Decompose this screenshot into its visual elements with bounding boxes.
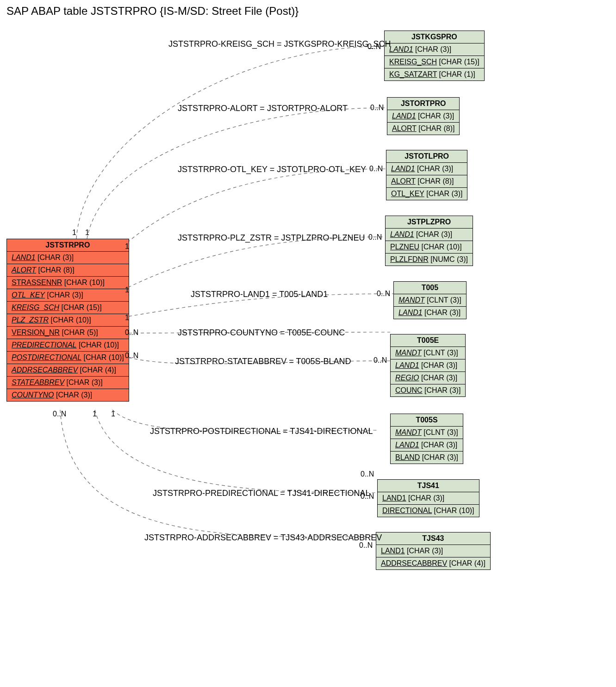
entity-field: KG_SATZART [CHAR (1)]	[385, 68, 484, 80]
entity-field: BLAND [CHAR (3)]	[391, 452, 463, 464]
page-title: SAP ABAP table JSTSTRPRO {IS-M/SD: Stree…	[6, 5, 299, 18]
cardinality: 1	[72, 229, 76, 237]
entity-header: TJS41	[378, 480, 479, 492]
entity-field: REGIO [CHAR (3)]	[391, 372, 465, 384]
entity-field: ADDRSECABBREV [CHAR (4)]	[7, 364, 129, 377]
cardinality: 1	[85, 229, 89, 237]
entity-field: ADDRSECABBREV [CHAR (4)]	[376, 557, 490, 569]
entity-field: LAND1 [CHAR (3)]	[391, 439, 463, 452]
entity-field: OTL_KEY [CHAR (3)]	[386, 188, 467, 200]
cardinality: 1	[125, 286, 129, 294]
cardinality: 0..N	[361, 470, 374, 478]
entity-field: STATEABBREV [CHAR (3)]	[7, 377, 129, 389]
edge-label: JSTSTRPRO-OTL_KEY = JSTOTLPRO-OTL_KEY	[178, 165, 366, 174]
entity-field: LAND1 [CHAR (3)]	[394, 307, 466, 319]
entity-field: ALORT [CHAR (8)]	[386, 175, 467, 188]
entity-field: LAND1 [CHAR (3)]	[386, 163, 467, 175]
entity-header: T005S	[391, 414, 463, 427]
entity-field: MANDT [CLNT (3)]	[391, 427, 463, 439]
cardinality: 0..N	[53, 410, 66, 418]
entity-t005e: T005EMANDT [CLNT (3)]LAND1 [CHAR (3)]REG…	[390, 334, 466, 397]
entity-field: OTL_KEY [CHAR (3)]	[7, 289, 129, 302]
entity-tjs41: TJS41LAND1 [CHAR (3)]DIRECTIONAL [CHAR (…	[377, 479, 479, 517]
entity-header: JSTPLZPRO	[386, 216, 473, 229]
cardinality: 0..N	[125, 328, 138, 337]
edge-label: JSTSTRPRO-KREISG_SCH = JSTKGSPRO-KREISG_…	[168, 39, 391, 49]
entity-field: KREISG_SCH [CHAR (15)]	[385, 56, 484, 68]
edge-label: JSTSTRPRO-STATEABBREV = T005S-BLAND	[175, 357, 351, 366]
entity-field: VERSION_NR [CHAR (5)]	[7, 327, 129, 339]
cardinality: 0..N	[377, 290, 390, 298]
entity-header: T005	[394, 282, 466, 294]
cardinality: 1	[93, 410, 97, 418]
entity-header: JSTORTPRO	[387, 98, 459, 110]
entity-field: ALORT [CHAR (8)]	[7, 264, 129, 277]
cardinality: 0..N	[361, 492, 374, 501]
entity-jstotlpro: JSTOTLPROLAND1 [CHAR (3)]ALORT [CHAR (8)…	[386, 150, 467, 200]
entity-field: LAND1 [CHAR (3)]	[376, 545, 490, 557]
entity-field: LAND1 [CHAR (3)]	[7, 252, 129, 264]
cardinality: 0..N	[368, 233, 382, 241]
entity-field: ALORT [CHAR (8)]	[387, 123, 459, 135]
entity-field: STRASSENNR [CHAR (10)]	[7, 277, 129, 289]
entity-field: KREISG_SCH [CHAR (15)]	[7, 302, 129, 314]
cardinality: 1	[111, 410, 115, 418]
entity-field: LAND1 [CHAR (3)]	[385, 43, 484, 56]
entity-field: LAND1 [CHAR (3)]	[386, 229, 473, 241]
entity-field: LAND1 [CHAR (3)]	[387, 110, 459, 123]
edge-label: JSTSTRPRO-ALORT = JSTORTPRO-ALORT	[178, 104, 348, 113]
cardinality: 0..N	[373, 356, 387, 365]
cardinality: 0..N	[125, 352, 138, 360]
entity-field: LAND1 [CHAR (3)]	[378, 492, 479, 505]
entity-field: POSTDIRECTIONAL [CHAR (10)]	[7, 352, 129, 364]
edge-label: JSTSTRPRO-ADDRSECABBREV = TJS43-ADDRSECA…	[144, 533, 382, 543]
entity-header: T005E	[391, 334, 465, 347]
cardinality: 0..N	[369, 165, 383, 173]
entity-jstortpro: JSTORTPROLAND1 [CHAR (3)]ALORT [CHAR (8)…	[387, 97, 460, 135]
entity-jstplzpro: JSTPLZPROLAND1 [CHAR (3)]PLZNEU [CHAR (1…	[385, 216, 473, 266]
entity-t005s: T005SMANDT [CLNT (3)]LAND1 [CHAR (3)]BLA…	[390, 414, 463, 464]
entity-field: COUNC [CHAR (3)]	[391, 384, 465, 396]
edge-label: JSTSTRPRO-LAND1 = T005-LAND1	[191, 290, 328, 299]
edge-label: JSTSTRPRO-PREDIRECTIONAL = TJS41-DIRECTI…	[153, 489, 370, 498]
entity-field: DIRECTIONAL [CHAR (10)]	[378, 505, 479, 517]
entity-header: JSTOTLPRO	[386, 150, 467, 163]
cardinality: 1	[125, 314, 129, 322]
cardinality: 1	[125, 242, 129, 251]
entity-header: JSTSTRPRO	[7, 239, 129, 252]
entity-field: PLZLFDNR [NUMC (3)]	[386, 254, 473, 266]
edge-label: JSTSTRPRO-POSTDIRECTIONAL = TJS41-DIRECT…	[150, 427, 373, 436]
entity-field: LAND1 [CHAR (3)]	[391, 359, 465, 372]
entity-field: MANDT [CLNT (3)]	[391, 347, 465, 359]
entity-field: MANDT [CLNT (3)]	[394, 294, 466, 307]
entity-t005: T005MANDT [CLNT (3)]LAND1 [CHAR (3)]	[393, 281, 467, 319]
entity-field: PLZ_ZSTR [CHAR (10)]	[7, 314, 129, 327]
entity-field: COUNTYNO [CHAR (3)]	[7, 389, 129, 401]
entity-field: PREDIRECTIONAL [CHAR (10)]	[7, 339, 129, 352]
cardinality: 0..N	[367, 43, 381, 51]
entity-tjs43: TJS43LAND1 [CHAR (3)]ADDRSECABBREV [CHAR…	[376, 532, 491, 570]
entity-field: PLZNEU [CHAR (10)]	[386, 241, 473, 254]
entity-header: JSTKGSPRO	[385, 31, 484, 43]
cardinality: 0..N	[370, 104, 384, 112]
cardinality: 0..N	[359, 541, 373, 550]
entity-header: TJS43	[376, 532, 490, 545]
entity-jststrpro: JSTSTRPRO LAND1 [CHAR (3)]ALORT [CHAR (8…	[6, 239, 129, 402]
entity-jstkgspro: JSTKGSPROLAND1 [CHAR (3)]KREISG_SCH [CHA…	[384, 31, 485, 81]
edge-label: JSTSTRPRO-COUNTYNO = T005E-COUNC	[178, 328, 345, 338]
edge-label: JSTSTRPRO-PLZ_ZSTR = JSTPLZPRO-PLZNEU	[178, 233, 365, 243]
